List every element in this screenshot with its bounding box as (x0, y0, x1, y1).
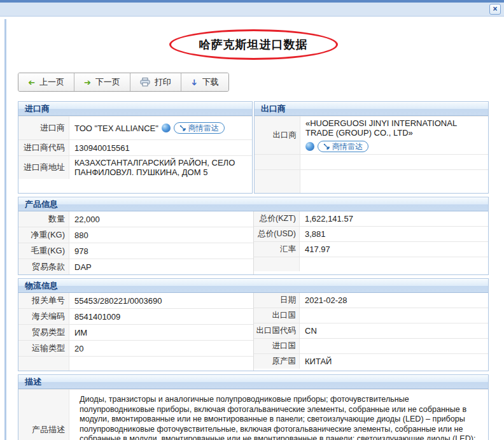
quantity-value: 22,000 (69, 211, 253, 227)
toolbar: ➔ 上一页 ➔ 下一页 打印 ➔ 下载 (18, 73, 229, 92)
radar-dish-icon (323, 143, 330, 150)
importer-exporter-section: 进口商 进口商 TOO "TEX ALLIANCE" 商情雷达 (18, 101, 489, 194)
origin-country-value: КИТАЙ (300, 354, 488, 369)
download-label: 下载 (202, 76, 219, 88)
print-button[interactable]: 打印 (130, 73, 181, 91)
table-row (18, 356, 253, 371)
globe-icon[interactable] (305, 142, 314, 151)
incoterms-label: 贸易条款 (18, 259, 69, 274)
exporter-table: 出口商 出口商 «HUOERGUOSI JINYI INTERNATIONAL … (254, 101, 489, 194)
arrow-left-icon: ➔ (28, 78, 35, 87)
next-page-label: 下一页 (95, 76, 120, 88)
transport-type-label: 运输类型 (18, 341, 69, 356)
table-row: 数量 22,000 (18, 211, 253, 227)
business-radar-badge[interactable]: 商情雷达 (174, 122, 225, 134)
gross-weight-label: 毛重(KG) (18, 243, 69, 259)
empty-label (18, 357, 69, 371)
importer-name-value: TOO "TEX ALLIANCE" 商情雷达 (69, 117, 252, 139)
empty-label (254, 257, 300, 271)
logistics-right: 日期 2021-02-28 出口国 出口国代码 CN 进口国 原产国 К (253, 293, 488, 371)
next-page-button[interactable]: ➔ 下一页 (74, 73, 130, 91)
dialog-content: 哈萨克斯坦进口数据 ➔ 上一页 ➔ 下一页 打印 ➔ 下载 进口商 (18, 17, 489, 440)
prev-page-button[interactable]: ➔ 上一页 (18, 73, 74, 91)
origin-country-label: 原产国 (254, 354, 300, 369)
table-row: 出口国 (254, 308, 488, 323)
importer-table: 进口商 进口商 TOO "TEX ALLIANCE" 商情雷达 (18, 101, 253, 194)
importer-address-label: 进口商地址 (18, 156, 69, 179)
empty-value (300, 170, 488, 193)
gross-weight-value: 978 (69, 243, 253, 259)
export-country-code-value: CN (300, 323, 488, 338)
import-country-value (300, 339, 488, 353)
declaration-no-label: 报关单号 (18, 293, 69, 308)
importer-code-label: 进口商代码 (18, 140, 69, 155)
product-description-text: Диоды, транзисторы и аналогичные полупро… (74, 392, 483, 440)
table-row: 报关单号 55453/280221/0003690 (18, 293, 253, 308)
table-row: 进口商代码 130940015561 (18, 139, 252, 155)
business-radar-badge[interactable]: 商情雷达 (318, 141, 368, 152)
incoterms-value: DAP (69, 259, 253, 274)
exporter-name-value: «HUOERGUOSI JINYI INTERNATIONAL TRADE (G… (300, 117, 488, 154)
close-icon[interactable]: × (489, 4, 501, 15)
table-row (254, 257, 488, 271)
arrow-right-icon: ➔ (84, 78, 91, 87)
exchange-rate-label: 汇率 (254, 242, 300, 257)
empty-label (255, 170, 300, 193)
exporter-name-text: «HUOERGUOSI JINYI INTERNATIONAL TRADE (G… (305, 118, 483, 138)
logistics-info-header: 物流信息 (18, 279, 488, 293)
window-left-border (4, 19, 6, 440)
trade-type-label: 贸易类型 (18, 325, 69, 340)
product-description-label: 产品描述 (18, 390, 69, 440)
export-country-code-label: 出口国代码 (254, 323, 300, 338)
importer-code-value: 130940015561 (69, 140, 252, 155)
print-label: 打印 (155, 76, 171, 88)
description-section: 描述 产品描述 Диоды, транзисторы и аналогичные… (18, 374, 489, 440)
empty-value (69, 357, 253, 371)
date-label: 日期 (254, 293, 300, 308)
table-row: 总价(KZT) 1,622,141.57 (254, 211, 488, 226)
quantity-label: 数量 (18, 211, 69, 227)
table-row: 运输类型 20 (18, 340, 253, 356)
total-usd-value: 3,881 (300, 227, 488, 241)
table-row: 进口商 TOO "TEX ALLIANCE" 商情雷达 (18, 116, 252, 139)
logistics-info-section: 物流信息 报关单号 55453/280221/0003690 海关编码 8541… (18, 278, 489, 371)
description-header: 描述 (18, 375, 488, 389)
table-row: 海关编码 8541401009 (18, 308, 253, 324)
table-row: 出口国代码 CN (254, 323, 488, 338)
table-row: 日期 2021-02-28 (254, 293, 488, 308)
table-row: 贸易条款 DAP (18, 259, 253, 274)
title-area: 哈萨克斯坦进口数据 (18, 17, 489, 73)
table-row: 出口商 «HUOERGUOSI JINYI INTERNATIONAL TRAD… (255, 116, 488, 154)
globe-icon[interactable] (162, 124, 171, 132)
table-row: 贸易类型 ИМ (18, 324, 253, 340)
printer-icon (140, 78, 150, 87)
product-info-section: 产品信息 数量 22,000 净重(KG) 880 毛重(KG) 978 贸易条… (18, 197, 489, 275)
red-ellipse-highlight: 哈萨克斯坦进口数据 (169, 29, 338, 60)
radar-badge-label: 商情雷达 (188, 123, 219, 134)
radar-dish-icon (179, 125, 186, 132)
table-row (255, 154, 488, 169)
page-title: 哈萨克斯坦进口数据 (199, 38, 308, 51)
empty-value (300, 257, 488, 271)
export-country-value (300, 308, 488, 323)
exporter-header: 出口商 (255, 102, 488, 116)
table-row: 原产国 КИТАЙ (254, 353, 488, 369)
empty-label (255, 155, 300, 169)
empty-value (300, 155, 488, 169)
product-info-header: 产品信息 (18, 197, 488, 211)
table-row: 进口国 (254, 338, 488, 353)
table-row: 进口商地址 КАЗАХСТАНТАЛГАРСКИЙ РАЙОН, СЕЛО ПА… (18, 155, 252, 179)
logistics-left: 报关单号 55453/280221/0003690 海关编码 854140100… (18, 293, 253, 371)
hs-code-label: 海关编码 (18, 309, 69, 324)
net-weight-value: 880 (69, 227, 253, 243)
arrow-down-icon: ➔ (190, 79, 199, 86)
table-row: 总价(USD) 3,881 (254, 226, 488, 241)
exporter-name-label: 出口商 (255, 117, 300, 154)
total-usd-label: 总价(USD) (254, 227, 300, 241)
download-button[interactable]: ➔ 下载 (181, 73, 228, 91)
exchange-rate-value: 417.97 (300, 242, 488, 257)
importer-name-text: TOO "TEX ALLIANCE" (74, 124, 158, 133)
product-info-left: 数量 22,000 净重(KG) 880 毛重(KG) 978 贸易条款 DAP (18, 211, 253, 274)
declaration-no-value: 55453/280221/0003690 (69, 293, 253, 308)
importer-address-value: КАЗАХСТАНТАЛГАРСКИЙ РАЙОН, СЕЛО ПАНФИЛОВ… (69, 156, 252, 179)
